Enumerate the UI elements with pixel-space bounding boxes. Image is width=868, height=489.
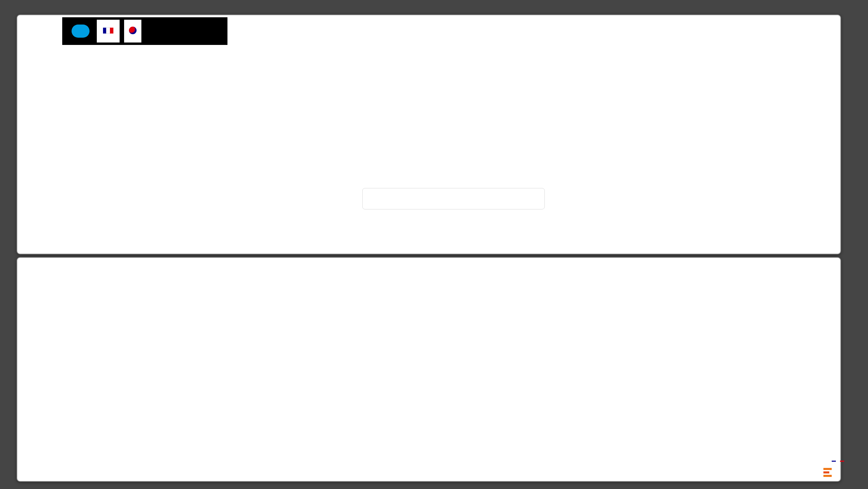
g2elab-flag-bar-icon	[832, 461, 844, 462]
page-background	[0, 0, 868, 489]
g2elab-e-icon	[823, 468, 832, 477]
daily-chart-panel	[17, 15, 841, 254]
g2elab-france-tag	[832, 460, 844, 462]
weekly-chart-panel	[17, 257, 841, 482]
rte-logo	[72, 25, 92, 38]
rte-badge-icon	[72, 25, 90, 38]
weekly-consumption-chart	[53, 281, 835, 461]
ademe-logo	[124, 20, 141, 43]
republique-francaise-logo	[97, 20, 120, 43]
g2elab-logo	[801, 460, 844, 480]
ademe-icon	[129, 27, 137, 34]
ecowatt-logo	[62, 17, 227, 45]
date-label	[362, 188, 545, 209]
top-stats-backdrop	[684, 17, 838, 110]
french-flag-icon	[103, 28, 113, 34]
